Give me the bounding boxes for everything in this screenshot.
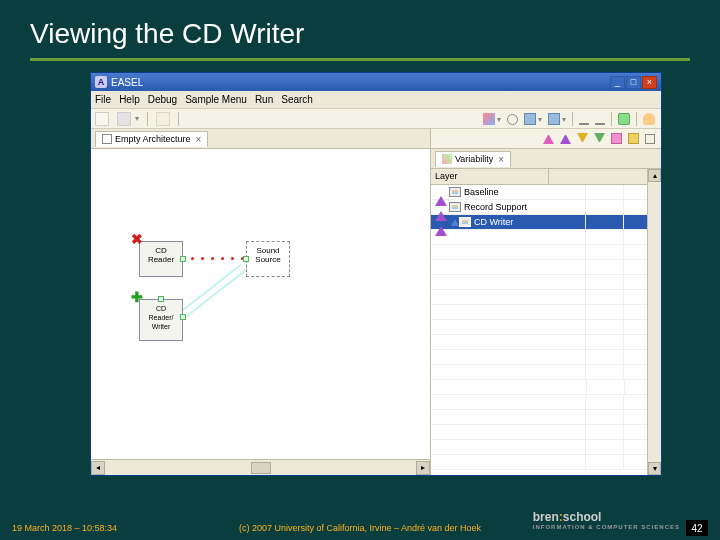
- link-icon[interactable]: [579, 113, 589, 125]
- document-icon: [102, 134, 112, 144]
- tree-v-scrollbar[interactable]: ▴ ▾: [647, 169, 661, 475]
- deleted-connector-dot: [191, 257, 194, 260]
- yellow-layer-icon[interactable]: [628, 133, 639, 144]
- menu-help[interactable]: Help: [119, 94, 140, 105]
- menu-run[interactable]: Run: [255, 94, 273, 105]
- rt-sep-3: [636, 112, 637, 126]
- variability-tab-label: Variability: [455, 154, 493, 164]
- title-underline: [30, 58, 690, 61]
- titlebar: A EASEL _ □ ×: [91, 73, 661, 91]
- cd-reader-writer-component[interactable]: ✚ CD Reader/ Writer: [139, 299, 183, 341]
- deleted-connector-dot: [231, 257, 234, 260]
- menubar: File Help Debug Sample Menu Run Search: [91, 91, 661, 109]
- menu-sample[interactable]: Sample Menu: [185, 94, 247, 105]
- port-right[interactable]: [180, 256, 186, 262]
- collapse-icon[interactable]: [645, 134, 655, 144]
- layer-item-icon: [459, 217, 471, 227]
- added-badge-icon: ✚: [130, 290, 144, 304]
- scroll-down-button[interactable]: ▾: [648, 462, 661, 475]
- variability-tab-icon: [442, 154, 452, 164]
- removed-badge-icon: ✖: [130, 232, 144, 246]
- wand-icon[interactable]: [618, 113, 630, 125]
- canvas-tab[interactable]: Empty Architecture ×: [95, 131, 208, 147]
- minimize-button[interactable]: _: [610, 76, 625, 89]
- cube2-dd[interactable]: ▾: [562, 115, 566, 124]
- scroll-thumb[interactable]: [251, 462, 271, 474]
- workspace: Empty Architecture × ✖: [91, 129, 661, 475]
- logo-school: school: [563, 510, 602, 524]
- rt-sep-1: [572, 112, 573, 126]
- layer-icon-btn[interactable]: [483, 113, 495, 125]
- layer-dd[interactable]: ▾: [497, 115, 501, 124]
- new-icon[interactable]: [95, 112, 109, 126]
- canvas-h-scrollbar[interactable]: ◂ ▸: [91, 459, 430, 475]
- link2-icon[interactable]: [595, 113, 605, 125]
- deleted-connector-dot: [221, 257, 224, 260]
- variability-tab-close[interactable]: ×: [498, 154, 504, 165]
- variability-pane: Variability × Layer Baseline: [431, 129, 661, 475]
- variability-tab[interactable]: Variability ×: [435, 151, 511, 167]
- port-top[interactable]: [158, 296, 164, 302]
- open-icon[interactable]: [156, 112, 170, 126]
- window-title: EASEL: [111, 77, 143, 88]
- cd-reader-label: CD Reader: [148, 246, 174, 264]
- child-triangle-icon: [451, 219, 459, 226]
- footer-date: 19 March 2018 – 10:58:34: [12, 523, 117, 533]
- move-up-purple-icon[interactable]: [560, 133, 571, 144]
- layer-item-icon: [449, 202, 461, 212]
- deleted-connector-dot: [201, 257, 204, 260]
- deleted-connector-dot: [211, 257, 214, 260]
- slide-footer: 19 March 2018 – 10:58:34 (c) 2007 Univer…: [0, 520, 720, 536]
- sound-source-component[interactable]: Sound Source: [246, 241, 290, 277]
- scroll-up-button[interactable]: ▴: [648, 169, 661, 182]
- toolbar-sep-2: [178, 112, 179, 126]
- canvas-tab-label: Empty Architecture: [115, 134, 191, 144]
- maximize-button[interactable]: □: [626, 76, 641, 89]
- menu-debug[interactable]: Debug: [148, 94, 177, 105]
- record-support-label: Record Support: [464, 202, 527, 212]
- logo-subtitle: INFORMATION & COMPUTER SCIENCES: [533, 524, 680, 530]
- move-down-yellow-icon[interactable]: [577, 133, 588, 144]
- cd-reader-component[interactable]: ✖ CD Reader: [139, 241, 183, 277]
- pink-layer-icon[interactable]: [611, 133, 622, 144]
- cube-dd[interactable]: ▾: [538, 115, 542, 124]
- layer-item-icon: [449, 187, 461, 197]
- cube2-icon[interactable]: [548, 113, 560, 125]
- slide-title: Viewing the CD Writer: [0, 0, 720, 58]
- persons-icon[interactable]: [643, 113, 655, 125]
- layer-tree: Layer Baseline Record Support: [431, 169, 661, 475]
- save-icon[interactable]: [117, 112, 131, 126]
- cd-rw-label: CD Reader/ Writer: [149, 305, 174, 330]
- circles-icon[interactable]: [507, 114, 518, 125]
- baseline-label: Baseline: [464, 187, 499, 197]
- right-top-toolbar: ▾ ▾ ▾: [483, 109, 659, 129]
- menu-search[interactable]: Search: [281, 94, 313, 105]
- canvas-tab-close[interactable]: ×: [196, 134, 202, 145]
- scroll-right-button[interactable]: ▸: [416, 461, 430, 475]
- bren-logo: bren:school INFORMATION & COMPUTER SCIEN…: [533, 510, 680, 530]
- move-down-green-icon[interactable]: [594, 133, 605, 144]
- tree-header-layer-col[interactable]: Layer: [431, 169, 549, 184]
- port-right[interactable]: [180, 314, 186, 320]
- tree-header-col2[interactable]: [549, 169, 661, 184]
- page-number: 42: [686, 520, 708, 536]
- rt-sep-2: [611, 112, 612, 126]
- menu-file[interactable]: File: [95, 94, 111, 105]
- port-left[interactable]: [243, 256, 249, 262]
- tree-grid: [549, 185, 661, 475]
- close-button[interactable]: ×: [642, 76, 657, 89]
- scroll-left-button[interactable]: ◂: [91, 461, 105, 475]
- app-icon: A: [95, 76, 107, 88]
- cd-writer-label: CD Writer: [474, 217, 513, 227]
- canvas-area[interactable]: ✖ CD Reader Sound Source ✚ CD Reader/ Wr…: [91, 149, 430, 457]
- added-connector: [182, 264, 242, 311]
- canvas-pane: Empty Architecture × ✖: [91, 129, 431, 475]
- footer-copyright: (c) 2007 University of California, Irvin…: [239, 523, 481, 533]
- sound-source-label: Sound Source: [255, 246, 280, 264]
- collapse-triangle-icon[interactable]: [435, 216, 447, 236]
- cube-icon[interactable]: [524, 113, 536, 125]
- move-up-pink-icon[interactable]: [543, 133, 554, 144]
- save-dropdown[interactable]: ▾: [135, 114, 139, 123]
- variability-toolbar: [431, 129, 661, 149]
- tree-header: Layer: [431, 169, 661, 185]
